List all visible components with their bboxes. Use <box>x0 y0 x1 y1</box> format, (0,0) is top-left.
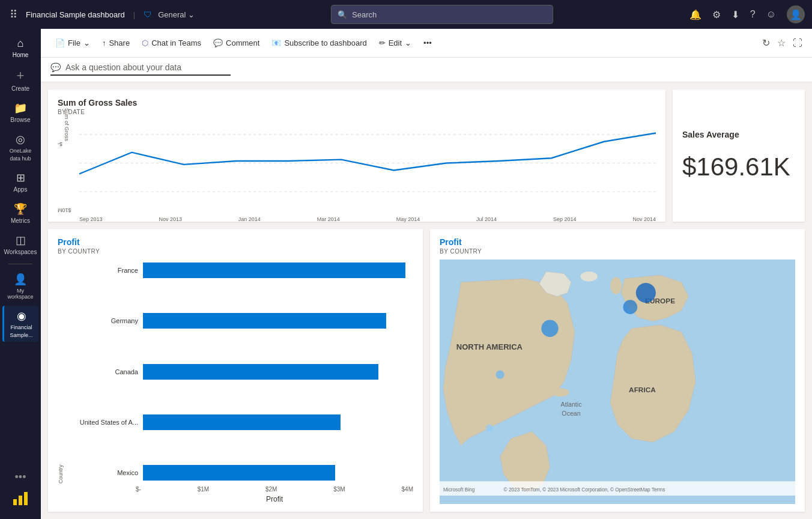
my-workspace-icon: 👤 <box>14 273 27 286</box>
bar-chart-inner: France Germany <box>66 260 413 484</box>
bar-chart-card[interactable]: Profit BY COUNTRY Country France <box>48 229 423 512</box>
onelake-label: OneLake <box>10 148 32 154</box>
atlantic-label: Atlantic <box>561 401 583 408</box>
edit-button[interactable]: ✏ Edit ⌄ <box>374 35 416 51</box>
metrics-icon: 🏆 <box>14 202 27 216</box>
sidebar-item-onelake[interactable]: ◎ OneLake data hub <box>2 129 38 165</box>
bar-row-usa: United States of A... <box>66 411 413 433</box>
bubble-mexico <box>486 425 493 432</box>
bubble-europe1 <box>636 283 656 303</box>
teams-icon: ⬡ <box>142 38 148 47</box>
file-icon: 📄 <box>55 38 65 47</box>
sidebar-item-workspaces[interactable]: ◫ Workspaces <box>2 230 38 259</box>
powerbi-logo <box>11 488 30 509</box>
sidebar-item-create[interactable]: + Create <box>2 64 38 96</box>
fullscreen-icon[interactable]: ⛶ <box>793 38 802 49</box>
svg-point-8 <box>580 272 597 282</box>
svg-rect-0 <box>13 499 17 505</box>
sidebar-item-financial-sample[interactable]: ◉ Financial Sample... <box>2 306 38 342</box>
subscribe-button[interactable]: 📧 Subscribe to dashboard <box>267 35 371 51</box>
share-button[interactable]: ↑ Share <box>97 35 135 51</box>
app-layout: ⌂ Home + Create 📁 Browse ◎ OneLake data … <box>0 29 812 519</box>
bar-mexico <box>143 465 335 481</box>
x-axis-labels: Sep 2013 Nov 2013 Jan 2014 Mar 2014 May … <box>79 216 656 222</box>
bar-chart-wrapper: Country France Germany <box>58 260 413 484</box>
favorite-icon[interactable]: ☆ <box>777 37 786 49</box>
chart-area: Sep 2013 Nov 2013 Jan 2014 Mar 2014 May … <box>79 120 656 213</box>
app-title: Financial Sample dashboard <box>26 10 125 19</box>
line-chart-title: Sum of Gross Sales <box>58 98 656 108</box>
bubble-usa <box>496 371 504 379</box>
edit-chevron-icon: ⌄ <box>405 38 411 47</box>
share-icon: ↑ <box>102 38 106 47</box>
sidebar-item-metrics[interactable]: 🏆 Metrics <box>2 199 38 228</box>
svg-point-7 <box>610 277 622 294</box>
line-chart-y-label: $10M $- Sum of Gross <box>58 120 77 213</box>
help-icon[interactable]: ? <box>750 9 756 20</box>
workspaces-icon: ◫ <box>16 234 26 247</box>
sidebar-more[interactable]: ••• <box>15 471 26 484</box>
bubble-europe2 <box>623 300 637 314</box>
home-icon: ⌂ <box>17 37 24 50</box>
refresh-icon[interactable]: ↻ <box>762 37 770 49</box>
svg-point-6 <box>552 388 569 396</box>
sidebar-item-my-workspace[interactable]: 👤 My workspace <box>2 269 38 303</box>
feedback-icon[interactable]: ☺ <box>766 9 776 20</box>
map-card[interactable]: Profit BY COUNTRY <box>430 229 805 512</box>
qa-icon: 💬 <box>50 62 61 72</box>
qa-input[interactable]: 💬 Ask a question about your data <box>50 62 231 76</box>
apps-grid-icon[interactable]: ⠿ <box>7 5 20 23</box>
sidebar-item-browse[interactable]: 📁 Browse <box>2 98 38 127</box>
more-icon: ••• <box>15 471 26 483</box>
settings-icon[interactable]: ⚙ <box>712 9 721 20</box>
more-options-button[interactable]: ••• <box>419 35 437 51</box>
toolbar-right: ↻ ☆ ⛶ <box>762 37 802 49</box>
topbar-icons: 🔔 ⚙ ⬇ ? ☺ 👤 <box>689 5 805 23</box>
sales-avg-card[interactable]: Sales Average $169.61K <box>673 90 805 222</box>
bar-y-axis-label: Country <box>58 260 64 484</box>
chat-in-teams-button[interactable]: ⬡ Chat in Teams <box>137 35 206 51</box>
svg-rect-1 <box>19 496 22 505</box>
sidebar-item-apps[interactable]: ⊞ Apps <box>2 168 38 196</box>
download-icon[interactable]: ⬇ <box>732 9 739 20</box>
avatar[interactable]: 👤 <box>787 5 805 23</box>
bar-row-germany: Germany <box>66 310 413 332</box>
file-button[interactable]: 📄 File ⌄ <box>50 35 95 51</box>
map-subtitle: BY COUNTRY <box>440 248 795 255</box>
svg-text:Microsoft Bing: Microsoft Bing <box>443 487 475 493</box>
chevron-down-icon: ⌄ <box>188 10 195 19</box>
map-title: Profit <box>440 237 795 247</box>
bar-canada <box>143 364 378 380</box>
bar-row-mexico: Mexico <box>66 462 413 484</box>
shield-icon: 🛡 <box>144 10 152 19</box>
edit-icon: ✏ <box>379 38 386 47</box>
bar-row-france: France <box>66 260 413 281</box>
map-svg: NORTH AMERICA EUROPE AFRICA Atlantic Oce… <box>440 260 795 504</box>
line-chart-subtitle: BY DATE <box>58 109 656 115</box>
topbar: ⠿ Financial Sample dashboard | 🛡 General… <box>0 0 812 29</box>
sidebar-item-home[interactable]: ⌂ Home <box>2 34 38 62</box>
search-icon: 🔍 <box>338 10 347 19</box>
comment-icon: 💬 <box>213 38 223 47</box>
africa-label: AFRICA <box>629 386 656 394</box>
sidebar-divider <box>8 264 32 264</box>
comment-button[interactable]: 💬 Comment <box>208 35 264 51</box>
search-box[interactable]: 🔍 Search <box>331 5 553 24</box>
north-america-label: NORTH AMERICA <box>456 342 523 351</box>
subscribe-icon: 📧 <box>271 38 281 47</box>
main-content: 📄 File ⌄ ↑ Share ⬡ Chat in Teams 💬 Comme… <box>41 29 812 519</box>
qa-bar: 💬 Ask a question about your data <box>41 58 812 82</box>
bar-row-canada: Canada <box>66 361 413 383</box>
svg-text:© 2023 TomTom, © 2023 Microsof: © 2023 TomTom, © 2023 Microsoft Corporat… <box>504 487 665 493</box>
notification-icon[interactable]: 🔔 <box>689 9 701 20</box>
map-area[interactable]: NORTH AMERICA EUROPE AFRICA Atlantic Oce… <box>440 260 795 504</box>
bar-germany <box>143 313 386 329</box>
search-container: 🔍 Search <box>201 5 683 24</box>
bubble-canada <box>541 320 558 336</box>
line-chart-card[interactable]: Sum of Gross Sales BY DATE $10M $- Sum o… <box>48 90 665 222</box>
sales-avg-value: $169.61K <box>682 153 790 181</box>
bar-usa <box>143 414 341 430</box>
workspace-selector[interactable]: General ⌄ <box>158 10 195 19</box>
svg-text:Ocean: Ocean <box>562 410 580 417</box>
bar-chart-title: Profit <box>58 237 413 247</box>
